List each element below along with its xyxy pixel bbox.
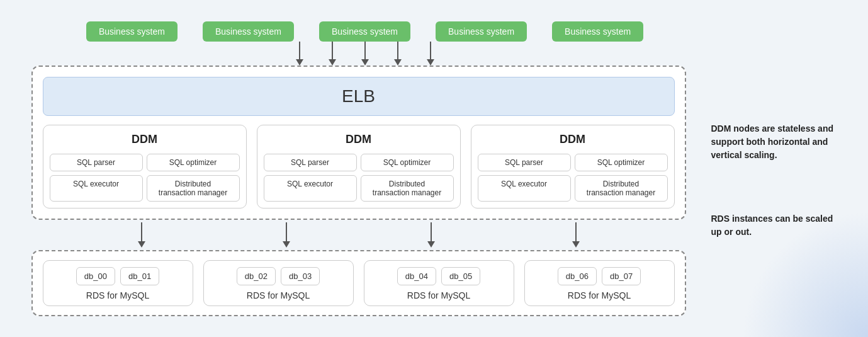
business-system-3: Business system	[319, 21, 410, 42]
db-boxes-row-2: db_02 db_03	[237, 267, 320, 285]
db-02: db_02	[237, 267, 276, 285]
top-arrows-row	[13, 42, 705, 66]
db-06: db_06	[558, 267, 597, 285]
db-01: db_01	[120, 267, 159, 285]
ddm-group-2: DDM SQL parser SQL optimizer SQL executo…	[257, 125, 461, 208]
rds-label-1: RDS for MySQL	[86, 290, 149, 300]
business-systems-row: Business system Business system Business…	[13, 21, 705, 42]
arrow-bs4	[394, 42, 402, 66]
business-system-5: Business system	[552, 21, 643, 42]
rds-group-1: db_00 db_01 RDS for MySQL	[43, 260, 193, 306]
arrow-ddm1	[138, 222, 145, 248]
main-container: Business system Business system Business…	[13, 21, 856, 316]
db-07: db_07	[602, 267, 641, 285]
ddm-tx-manager-2: Distributedtransaction manager	[361, 175, 454, 202]
db-05: db_05	[441, 267, 480, 285]
db-04: db_04	[397, 267, 436, 285]
elb-box: ELB	[43, 77, 675, 116]
ddm-sql-executor-3: SQL executor	[478, 175, 571, 202]
mid-arrows-row	[31, 222, 686, 248]
outer-dashed-top: ELB DDM SQL parser SQL optimizer SQL exe…	[31, 66, 686, 220]
ddm-sql-parser-1: SQL parser	[50, 154, 143, 171]
ddm-title-3: DDM	[478, 133, 668, 146]
rds-side-note: RDS instances can be scaled up or out.	[711, 212, 837, 239]
ddm-sql-optimizer-2: SQL optimizer	[361, 154, 454, 171]
arrow-bs2	[329, 42, 336, 66]
ddm-sql-parser-3: SQL parser	[478, 154, 571, 171]
rds-label-4: RDS for MySQL	[568, 290, 631, 300]
ddm-sql-parser-2: SQL parser	[264, 154, 357, 171]
db-boxes-row-4: db_06 db_07	[558, 267, 641, 285]
arrow-ddm2	[283, 222, 290, 248]
business-system-4: Business system	[436, 21, 527, 42]
ddm-sql-optimizer-3: SQL optimizer	[575, 154, 668, 171]
arrow-ddm4	[572, 222, 580, 248]
rds-label-2: RDS for MySQL	[247, 290, 310, 300]
rds-group-4: db_06 db_07 RDS for MySQL	[524, 260, 675, 306]
db-boxes-row-1: db_00 db_01	[76, 267, 159, 285]
outer-dashed-bottom: db_00 db_01 RDS for MySQL db_02 db_03 RD…	[31, 250, 686, 316]
ddm-title-2: DDM	[264, 133, 454, 146]
arrow-bs5	[427, 42, 434, 66]
ddm-sql-executor-1: SQL executor	[50, 175, 143, 202]
diagram: Business system Business system Business…	[13, 21, 705, 316]
ddm-group-3: DDM SQL parser SQL optimizer SQL executo…	[471, 125, 675, 208]
ddm-sql-optimizer-1: SQL optimizer	[147, 154, 240, 171]
ddm-side-note: DDM nodes are stateless and support both…	[711, 122, 837, 162]
db-00: db_00	[76, 267, 115, 285]
ddm-sql-executor-2: SQL executor	[264, 175, 357, 202]
rds-group-2: db_02 db_03 RDS for MySQL	[203, 260, 354, 306]
ddm-components-1: SQL parser SQL optimizer SQL executor Di…	[50, 154, 240, 202]
db-boxes-row-3: db_04 db_05	[397, 267, 480, 285]
ddm-components-3: SQL parser SQL optimizer SQL executor Di…	[478, 154, 668, 202]
db-03: db_03	[281, 267, 320, 285]
rds-group-3: db_04 db_05 RDS for MySQL	[364, 260, 514, 306]
ddm-title-1: DDM	[50, 133, 240, 146]
arrow-bs1	[296, 42, 303, 66]
ddm-row: DDM SQL parser SQL optimizer SQL executo…	[43, 125, 675, 208]
business-system-2: Business system	[203, 21, 294, 42]
side-notes: DDM nodes are stateless and support both…	[705, 21, 856, 239]
ddm-components-2: SQL parser SQL optimizer SQL executor Di…	[264, 154, 454, 202]
arrow-ddm3	[427, 222, 435, 248]
ddm-tx-manager-1: Distributedtransaction manager	[147, 175, 240, 202]
arrow-bs3	[361, 42, 369, 66]
ddm-group-1: DDM SQL parser SQL optimizer SQL executo…	[43, 125, 247, 208]
ddm-tx-manager-3: Distributedtransaction manager	[575, 175, 668, 202]
business-system-1: Business system	[86, 21, 178, 42]
rds-label-3: RDS for MySQL	[407, 290, 470, 300]
